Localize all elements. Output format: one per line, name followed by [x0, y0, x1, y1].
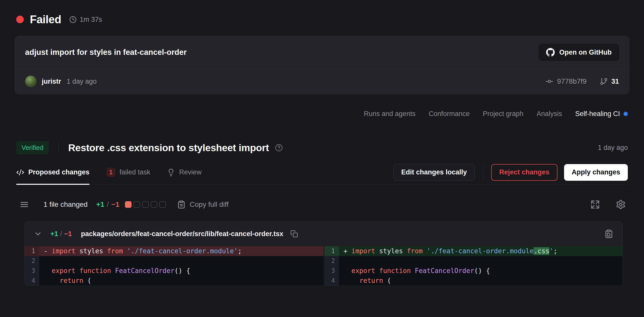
apply-changes-button[interactable]: Apply changes	[564, 164, 628, 181]
failed-task-count-badge: 1	[106, 168, 116, 177]
notification-dot	[624, 112, 628, 116]
git-branch-icon	[600, 77, 608, 85]
gear-icon[interactable]	[616, 199, 626, 210]
diff-line: 4 return (	[324, 276, 622, 286]
diff-square	[142, 201, 149, 208]
diff-pane-old: 1- import styles from './feat-cancel-ord…	[25, 246, 324, 286]
code-line: return (	[339, 276, 622, 286]
chevron-down-icon[interactable]	[34, 230, 42, 238]
diff-line: 3 export function FeatCancelOrder() {	[324, 266, 622, 276]
code-line	[339, 256, 622, 266]
run-duration: 1m 37s	[69, 16, 102, 24]
heading-divider	[58, 141, 59, 154]
line-number: 4	[25, 276, 39, 286]
expand-icon[interactable]	[590, 200, 600, 209]
copy-full-diff-button[interactable]: Copy full diff	[177, 200, 229, 209]
github-icon	[546, 48, 555, 57]
author-group: juristr 1 day ago	[25, 76, 97, 87]
help-circle-icon[interactable]	[275, 144, 283, 152]
nav-item-label: Self-healing CI	[575, 110, 620, 118]
code-line	[39, 256, 324, 266]
nav-item-project-graph[interactable]: Project graph	[483, 110, 524, 118]
file-diff-stats: +1 / −1	[50, 230, 72, 238]
ref-group: 9778b7f9 31	[545, 77, 619, 85]
line-number: 1	[25, 246, 39, 256]
lightbulb-icon	[167, 168, 175, 176]
diff-square	[151, 201, 157, 208]
tabs-row: Proposed changes 1 failed task Review Ed…	[15, 160, 629, 185]
commit-card-bottom: juristr 1 day ago 9778b7f9 31	[15, 69, 629, 94]
line-number: 2	[25, 256, 39, 266]
commit-hash-ref[interactable]: 9778b7f9	[545, 77, 587, 85]
diff-toolbar-right	[590, 199, 626, 210]
clipboard-icon	[177, 200, 186, 209]
diff-line: 3 export function FeatCancelOrder() {	[25, 266, 324, 276]
verified-badge: Verified	[16, 141, 49, 154]
code-line: export function FeatCancelOrder() {	[339, 266, 622, 276]
nav-item-self-healing-ci[interactable]: Self-healing CI	[575, 110, 628, 118]
author-name: juristr	[42, 78, 61, 85]
tab-proposed-changes-label: Proposed changes	[28, 168, 90, 176]
code-line: return (	[39, 276, 324, 286]
actions-divider	[483, 165, 483, 180]
code-line: export function FeatCancelOrder() {	[39, 266, 324, 276]
file-deletions: −1	[64, 230, 72, 238]
copy-path-icon[interactable]	[290, 230, 298, 238]
diff-squares	[125, 201, 166, 208]
tab-proposed-changes[interactable]: Proposed changes	[16, 160, 90, 185]
file-list-menu-icon[interactable]	[19, 199, 29, 210]
file-additions: +1	[50, 230, 58, 238]
run-status-row: Failed 1m 37s	[0, 0, 644, 26]
code-line: + import styles from './feat-cancel-orde…	[339, 246, 622, 256]
tab-review[interactable]: Review	[167, 160, 202, 185]
diff-square	[134, 201, 140, 208]
section-nav: Runs and agents Conformance Project grap…	[16, 110, 628, 118]
line-number: 1	[324, 246, 339, 256]
file-path: packages/orders/feat-cancel-order/src/li…	[81, 230, 283, 238]
branch-count-ref[interactable]: 31	[600, 77, 619, 85]
nav-item-runs-and-agents[interactable]: Runs and agents	[364, 110, 416, 118]
diff-line: 2	[25, 256, 324, 266]
run-status-label: Failed	[30, 13, 61, 26]
commit-hash: 9778b7f9	[557, 77, 587, 85]
files-changed-label: 1 file changed	[44, 200, 88, 209]
diff-panel: +1 / −1 packages/orders/feat-cancel-orde…	[24, 221, 623, 286]
tab-failed-task-label: failed task	[120, 168, 151, 176]
branch-count: 31	[611, 78, 619, 85]
code-icon	[16, 168, 24, 176]
nav-item-analysis[interactable]: Analysis	[536, 110, 562, 118]
avatar	[25, 76, 37, 87]
copy-full-diff-label: Copy full diff	[190, 200, 229, 209]
clock-icon	[69, 16, 77, 23]
tab-failed-task[interactable]: 1 failed task	[106, 160, 151, 185]
diff-pane-new: 1+ import styles from './feat-cancel-ord…	[324, 246, 622, 286]
line-number: 2	[324, 256, 339, 266]
line-number: 3	[25, 266, 39, 276]
diff-square	[125, 201, 132, 208]
additions-count: +1	[96, 200, 104, 209]
fix-title: Restore .css extension to stylesheet imp…	[68, 142, 269, 153]
diff-body: 1- import styles from './feat-cancel-ord…	[25, 246, 622, 286]
tab-review-label: Review	[179, 168, 202, 176]
line-number: 4	[324, 276, 339, 286]
file-stat-separator: /	[60, 230, 62, 238]
failed-status-dot	[16, 16, 24, 23]
diff-line: 4 return (	[25, 276, 324, 286]
line-number: 3	[324, 266, 339, 276]
diff-file-header: +1 / −1 packages/orders/feat-cancel-orde…	[25, 221, 622, 246]
deletions-count: −1	[111, 200, 119, 209]
diff-line: 1+ import styles from './feat-cancel-ord…	[324, 246, 622, 256]
open-on-github-button[interactable]: Open on GitHub	[539, 44, 619, 61]
edit-changes-locally-button[interactable]: Edit changes locally	[393, 164, 475, 181]
copy-file-diff-icon[interactable]	[604, 229, 613, 238]
diff-square	[159, 201, 166, 208]
diff-line: 1- import styles from './feat-cancel-ord…	[25, 246, 324, 256]
run-duration-value: 1m 37s	[80, 16, 102, 24]
stat-separator: /	[107, 200, 109, 209]
open-on-github-label: Open on GitHub	[559, 49, 612, 56]
commit-card: adjust import for styles in feat-cancel-…	[15, 36, 629, 94]
nav-item-conformance[interactable]: Conformance	[429, 110, 470, 118]
commit-time-ago: 1 day ago	[67, 78, 97, 85]
reject-changes-button[interactable]: Reject changes	[491, 164, 557, 181]
git-commit-icon	[545, 77, 553, 85]
